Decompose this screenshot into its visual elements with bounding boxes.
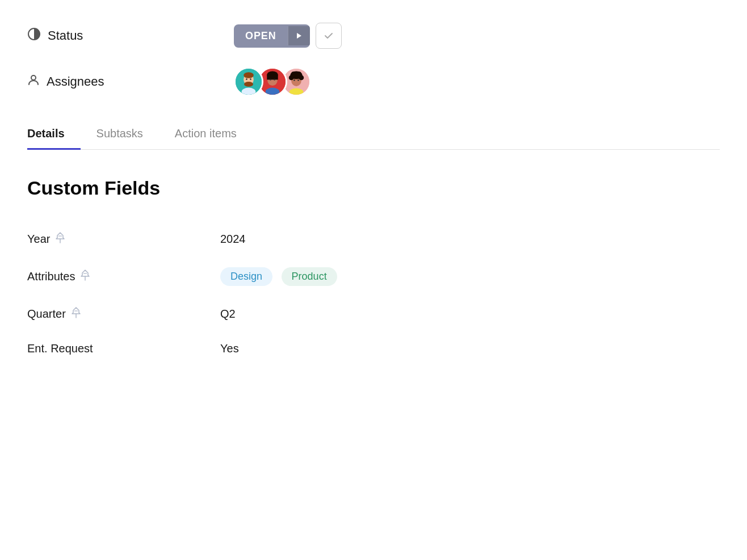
- attributes-field-label: Attributes: [27, 270, 220, 284]
- tab-subtasks[interactable]: Subtasks: [81, 119, 159, 150]
- svg-point-16: [266, 88, 280, 96]
- svg-point-15: [274, 79, 275, 81]
- svg-point-21: [299, 75, 304, 81]
- year-value-text: 2024: [220, 233, 246, 245]
- svg-marker-1: [297, 33, 301, 39]
- svg-point-6: [244, 82, 253, 87]
- quarter-pin-icon[interactable]: [72, 307, 81, 321]
- field-row-quarter: Quarter Q2: [27, 297, 720, 332]
- tabs-container: Details Subtasks Action items: [27, 119, 720, 150]
- svg-point-7: [246, 78, 247, 80]
- custom-fields-title: Custom Fields: [27, 177, 720, 199]
- status-label-group: Status: [27, 27, 220, 44]
- status-field-label: Status: [48, 28, 83, 43]
- avatar-1[interactable]: [234, 67, 263, 96]
- status-button-group: OPEN: [234, 23, 342, 49]
- svg-point-20: [289, 75, 294, 81]
- custom-fields-section: Custom Fields Year 2024 Attributes: [27, 177, 720, 366]
- attributes-pin-icon[interactable]: [81, 270, 90, 284]
- quarter-value-text: Q2: [220, 308, 236, 320]
- field-row-year: Year 2024: [27, 222, 720, 257]
- status-icon: [27, 27, 41, 44]
- quarter-field-label: Quarter: [27, 307, 220, 321]
- assignees-avatars: [234, 67, 311, 96]
- tabs: Details Subtasks Action items: [27, 119, 720, 149]
- svg-rect-13: [267, 75, 278, 80]
- status-row: Status OPEN: [27, 23, 720, 49]
- field-row-attributes: Attributes Design Product: [27, 257, 720, 297]
- quarter-field-value: Q2: [220, 308, 236, 321]
- attributes-label-text: Attributes: [27, 270, 75, 283]
- svg-point-14: [270, 79, 271, 81]
- svg-point-25: [297, 79, 299, 81]
- svg-point-8: [250, 78, 251, 80]
- svg-point-23: [297, 71, 301, 75]
- svg-point-24: [293, 79, 295, 81]
- svg-point-26: [289, 89, 304, 96]
- tag-design[interactable]: Design: [220, 267, 272, 286]
- status-open-button[interactable]: OPEN: [234, 24, 310, 48]
- ent-request-field-value: Yes: [220, 342, 239, 355]
- year-field-value: 2024: [220, 233, 246, 246]
- tab-action-items[interactable]: Action items: [159, 119, 253, 150]
- assignees-label-group: Assignees: [27, 74, 220, 90]
- year-field-label: Year: [27, 232, 220, 246]
- svg-point-9: [242, 88, 256, 96]
- ent-request-value-text: Yes: [220, 342, 239, 355]
- quarter-label-text: Quarter: [27, 308, 66, 321]
- year-pin-icon[interactable]: [56, 232, 65, 246]
- tag-product[interactable]: Product: [282, 267, 337, 286]
- svg-point-5: [244, 72, 254, 78]
- assignees-row: Assignees: [27, 67, 720, 96]
- ent-request-label-text: Ent. Request: [27, 342, 93, 355]
- attributes-field-value: Design Product: [220, 267, 343, 286]
- field-row-ent-request: Ent. Request Yes: [27, 332, 720, 366]
- ent-request-field-label: Ent. Request: [27, 342, 220, 355]
- svg-point-2: [31, 75, 36, 80]
- assignees-field-label: Assignees: [47, 74, 104, 89]
- person-icon: [27, 74, 40, 90]
- status-arrow-icon: [288, 26, 310, 45]
- svg-point-22: [291, 71, 295, 75]
- status-open-label: OPEN: [234, 24, 288, 48]
- year-label-text: Year: [27, 233, 50, 246]
- tab-details[interactable]: Details: [27, 119, 81, 150]
- status-check-button[interactable]: [316, 23, 342, 49]
